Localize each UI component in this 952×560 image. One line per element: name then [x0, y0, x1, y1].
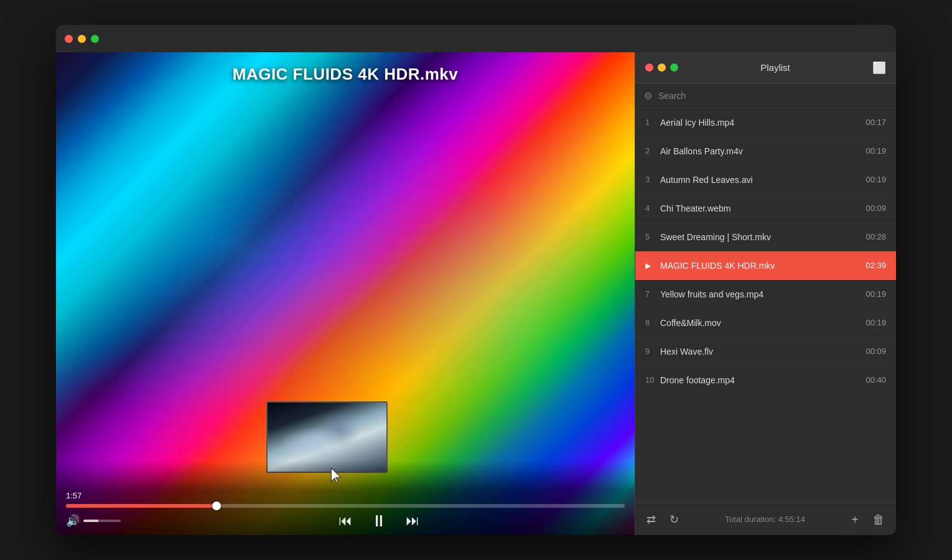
search-bar: ⊜: [635, 83, 896, 108]
item-number-8: 8: [645, 318, 660, 327]
item-duration-3: 00:19: [866, 175, 886, 184]
playlist-header: Playlist ⬜: [635, 52, 896, 83]
current-time: 1:57: [66, 491, 625, 500]
item-name-5: Sweet Dreaming | Short.mkv: [660, 232, 866, 242]
playlist-panel: Playlist ⬜ ⊜ 1 Aerial Icy Hills.mp4 00:1…: [635, 52, 896, 535]
playlist-maximize-button[interactable]: [670, 63, 678, 72]
video-area[interactable]: MAGIC FLUIDS 4K HDR.mkv 0:43 1:57 🔊: [56, 52, 635, 535]
item-name-4: Chi Theater.webm: [660, 203, 866, 213]
video-title: MAGIC FLUIDS 4K HDR.mkv: [56, 65, 635, 84]
progress-area: 1:57: [56, 491, 635, 508]
pause-button[interactable]: ⏸: [371, 513, 387, 529]
transport-controls: ⏮ ⏸ ⏭: [133, 513, 625, 529]
playlist-item-6[interactable]: ▶ MAGIC FLUIDS 4K HDR.mkv 02:39: [635, 251, 896, 280]
item-name-10: Drone footage.mp4: [660, 375, 866, 385]
item-number-1: 1: [645, 118, 660, 127]
item-duration-10: 00:40: [866, 375, 886, 385]
item-name-1: Aerial Icy Hills.mp4: [660, 118, 866, 128]
next-button[interactable]: ⏭: [406, 514, 419, 528]
item-duration-5: 00:28: [866, 232, 886, 241]
item-number-7: 7: [645, 289, 660, 299]
item-duration-7: 00:19: [866, 289, 886, 299]
traffic-lights: [65, 35, 99, 43]
item-name-7: Yellow fruits and vegs.mp4: [660, 289, 866, 299]
item-duration-9: 00:09: [866, 347, 886, 356]
item-name-2: Air Ballons Party.m4v: [660, 146, 866, 156]
playlist-item-3[interactable]: 3 Autumn Red Leaves.avi 00:19: [635, 166, 896, 194]
title-bar: [56, 25, 896, 52]
playlist-item-8[interactable]: 8 Coffe&Milk.mov 00:19: [635, 309, 896, 337]
playlist-item-2[interactable]: 2 Air Ballons Party.m4v 00:19: [635, 137, 896, 166]
playlist-close-button[interactable]: [645, 63, 653, 72]
playlist-item-9[interactable]: 9 Hexi Wave.flv 00:09: [635, 337, 896, 366]
item-duration-6: 02:39: [866, 261, 886, 270]
volume-icon[interactable]: 🔊: [66, 514, 80, 528]
playlist-item-10[interactable]: 10 Drone footage.mp4 00:40: [635, 366, 896, 394]
playlist-item-1[interactable]: 1 Aerial Icy Hills.mp4 00:17: [635, 108, 896, 137]
playlist-item-7[interactable]: 7 Yellow fruits and vegs.mp4 00:19: [635, 280, 896, 309]
progress-bar[interactable]: [66, 504, 625, 508]
repeat-button[interactable]: ↻: [667, 511, 681, 528]
delete-button[interactable]: 🗑: [870, 511, 887, 528]
volume-fill: [83, 520, 98, 522]
controls-bar: 1:57 🔊 ⏮ ⏸: [56, 460, 635, 535]
item-number-4: 4: [645, 203, 660, 213]
bottom-controls: 🔊 ⏮ ⏸ ⏭: [56, 513, 635, 529]
play-indicator: ▶: [645, 261, 660, 270]
item-number-3: 3: [645, 175, 660, 184]
item-name-9: Hexi Wave.flv: [660, 347, 866, 357]
total-duration: Total duration: 4:55:14: [690, 515, 840, 524]
item-number-9: 9: [645, 347, 660, 356]
shuffle-button[interactable]: ⇄: [644, 511, 658, 528]
item-name-6: MAGIC FLUIDS 4K HDR.mkv: [660, 261, 866, 271]
progress-thumb: [212, 502, 221, 510]
playlist-traffic-lights: [645, 63, 678, 72]
item-number-2: 2: [645, 146, 660, 156]
playlist-item-4[interactable]: 4 Chi Theater.webm 00:09: [635, 194, 896, 223]
item-duration-4: 00:09: [866, 203, 886, 213]
item-duration-2: 00:19: [866, 146, 886, 156]
item-name-3: Autumn Red Leaves.avi: [660, 175, 866, 185]
item-duration-1: 00:17: [866, 118, 886, 127]
chat-icon[interactable]: ⬜: [872, 61, 886, 75]
playlist-footer: ⇄ ↻ Total duration: 4:55:14 + 🗑: [635, 503, 896, 535]
item-duration-8: 00:19: [866, 318, 886, 327]
add-button[interactable]: +: [849, 511, 861, 528]
volume-group: 🔊: [66, 514, 121, 528]
minimize-button[interactable]: [78, 35, 86, 43]
progress-fill: [66, 504, 217, 508]
playlist-minimize-button[interactable]: [658, 63, 666, 72]
item-number-10: 10: [645, 375, 660, 385]
item-name-8: Coffe&Milk.mov: [660, 318, 866, 328]
close-button[interactable]: [65, 35, 73, 43]
volume-bar[interactable]: [83, 520, 121, 522]
playlist-item-5[interactable]: 5 Sweet Dreaming | Short.mkv 00:28: [635, 223, 896, 251]
playlist-items: 1 Aerial Icy Hills.mp4 00:17 2 Air Ballo…: [635, 108, 896, 503]
playlist-title: Playlist: [760, 62, 790, 73]
main-content: MAGIC FLUIDS 4K HDR.mkv 0:43 1:57 🔊: [56, 52, 896, 535]
prev-button[interactable]: ⏮: [338, 514, 352, 528]
item-number-5: 5: [645, 232, 660, 241]
search-input[interactable]: [658, 91, 887, 101]
maximize-button[interactable]: [91, 35, 99, 43]
app-window: MAGIC FLUIDS 4K HDR.mkv 0:43 1:57 🔊: [56, 25, 896, 535]
search-icon: ⊜: [644, 90, 652, 101]
